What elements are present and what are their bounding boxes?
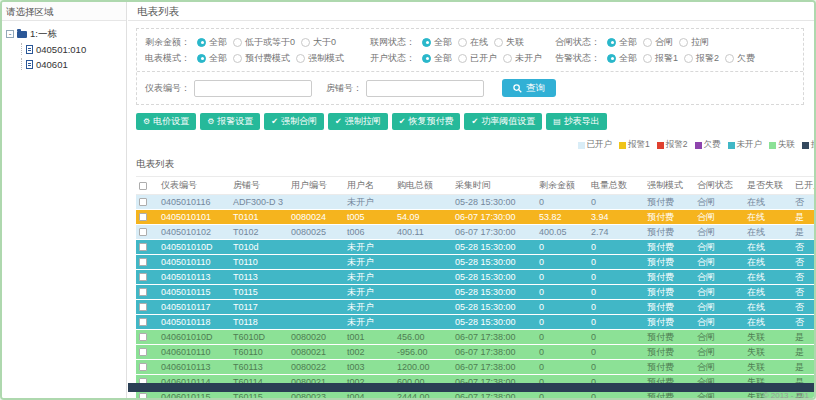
table-row[interactable]: 0406010113T601130080022t0031200.0006-07 …: [136, 359, 814, 374]
radio-unselected-icon[interactable]: [643, 54, 652, 63]
radio-option-label[interactable]: 全部: [434, 36, 452, 49]
radio-selected-icon[interactable]: [422, 54, 431, 63]
column-header[interactable]: 合闸状态: [694, 177, 744, 194]
radio-selected-icon[interactable]: [197, 54, 206, 63]
row-select-cell[interactable]: [136, 284, 158, 299]
radio-unselected-icon[interactable]: [684, 54, 693, 63]
select-all-cell[interactable]: [136, 177, 158, 194]
radio-option-label[interactable]: 在线: [470, 36, 488, 49]
column-header[interactable]: 是否失联: [744, 177, 792, 194]
row-checkbox[interactable]: [139, 363, 147, 371]
row-select-cell[interactable]: [136, 254, 158, 269]
meter-no-input[interactable]: [194, 80, 312, 97]
column-header[interactable]: 采集时间: [452, 177, 536, 194]
row-select-cell[interactable]: [136, 299, 158, 314]
column-header[interactable]: 房铺号: [230, 177, 288, 194]
radio-option-label[interactable]: 全部: [434, 52, 452, 65]
radio-option-label[interactable]: 已开户: [470, 52, 497, 65]
room-no-input[interactable]: [366, 80, 484, 97]
collapse-icon[interactable]: -: [6, 30, 14, 38]
table-row[interactable]: 0405010102T01020080025t006400.1106-07 17…: [136, 224, 814, 239]
alarm-settings-button[interactable]: ⚙报警设置: [200, 113, 260, 130]
table-row[interactable]: 0405010117T0117未开户05-28 15:30:0000预付费合闸在…: [136, 299, 814, 314]
row-checkbox[interactable]: [139, 318, 147, 326]
radio-option-label[interactable]: 失联: [506, 36, 524, 49]
table-row[interactable]: 0405010110T0110未开户05-28 15:30:0000预付费合闸在…: [136, 254, 814, 269]
radio-selected-icon[interactable]: [607, 54, 616, 63]
row-select-cell[interactable]: [136, 344, 158, 359]
table-row[interactable]: 0405010115T0115未开户05-28 15:30:0000预付费合闸在…: [136, 284, 814, 299]
horizontal-scrollbar[interactable]: [128, 383, 814, 392]
table-row[interactable]: 040601010DT6010D0080020t001456.0006-07 1…: [136, 329, 814, 344]
row-select-cell[interactable]: [136, 239, 158, 254]
radio-unselected-icon[interactable]: [233, 38, 242, 47]
radio-selected-icon[interactable]: [607, 38, 616, 47]
column-header[interactable]: 已开户: [792, 177, 814, 194]
column-header[interactable]: 购电总额: [394, 177, 452, 194]
column-header[interactable]: 用户编号: [288, 177, 344, 194]
radio-option-label[interactable]: 欠费: [737, 52, 755, 65]
table-row[interactable]: 0405010118T0118未开户05-28 15:30:0000预付费合闸在…: [136, 314, 814, 329]
radio-option-label[interactable]: 预付费模式: [245, 52, 290, 65]
row-select-cell[interactable]: [136, 359, 158, 374]
radio-option-label[interactable]: 强制模式: [308, 52, 344, 65]
radio-unselected-icon[interactable]: [679, 38, 688, 47]
radio-option-label[interactable]: 未开户: [515, 52, 542, 65]
row-checkbox[interactable]: [139, 213, 147, 221]
radio-option-label[interactable]: 合闸: [655, 36, 673, 49]
radio-selected-icon[interactable]: [422, 38, 431, 47]
row-select-cell[interactable]: [136, 224, 158, 239]
row-select-cell[interactable]: [136, 269, 158, 284]
restore-prepaid-button[interactable]: ✔恢复预付费: [392, 113, 461, 130]
column-header[interactable]: 电量总数: [588, 177, 644, 194]
table-row[interactable]: 040501010DT010d未开户05-28 15:30:0000预付费合闸在…: [136, 239, 814, 254]
table-row[interactable]: 0405010116ADF300-D 3未开户05-28 15:30:0000预…: [136, 194, 814, 209]
radio-unselected-icon[interactable]: [458, 38, 467, 47]
column-header[interactable]: 剩余金额: [536, 177, 588, 194]
row-checkbox[interactable]: [139, 228, 147, 236]
row-select-cell[interactable]: [136, 194, 158, 209]
radio-option-label[interactable]: 全部: [619, 36, 637, 49]
tree-node-leaf[interactable]: 040501:010: [21, 43, 122, 55]
radio-selected-icon[interactable]: [197, 38, 206, 47]
row-checkbox[interactable]: [139, 198, 147, 206]
radio-option-label[interactable]: 大于0: [313, 36, 336, 49]
query-button[interactable]: 查询: [502, 79, 556, 97]
radio-option-label[interactable]: 报警2: [696, 52, 719, 65]
tree-node-leaf[interactable]: 040601: [21, 58, 122, 70]
select-all-checkbox[interactable]: [139, 182, 147, 190]
row-checkbox[interactable]: [139, 333, 147, 341]
row-select-cell[interactable]: [136, 329, 158, 344]
row-checkbox[interactable]: [139, 393, 147, 398]
radio-unselected-icon[interactable]: [725, 54, 734, 63]
table-row[interactable]: 0405010101T01010080024t00554.0906-07 17:…: [136, 209, 814, 224]
row-select-cell[interactable]: [136, 209, 158, 224]
meter-export-button[interactable]: ▤抄表导出: [546, 113, 607, 130]
radio-unselected-icon[interactable]: [643, 38, 652, 47]
row-checkbox[interactable]: [139, 258, 147, 266]
column-header[interactable]: 强制模式: [644, 177, 694, 194]
row-checkbox[interactable]: [139, 243, 147, 251]
table-row[interactable]: 0406010110T601100080021t002-956.0006-07 …: [136, 344, 814, 359]
tree-node-folder[interactable]: -1:一栋: [6, 28, 122, 40]
force-open-button[interactable]: ✔强制拉闸: [328, 113, 388, 130]
radio-option-label[interactable]: 全部: [209, 52, 227, 65]
row-select-cell[interactable]: [136, 314, 158, 329]
radio-option-label[interactable]: 全部: [619, 52, 637, 65]
row-checkbox[interactable]: [139, 273, 147, 281]
radio-option-label[interactable]: 低于或等于0: [245, 36, 295, 49]
radio-option-label[interactable]: 拉闸: [691, 36, 709, 49]
power-threshold-button[interactable]: ✔功率阈值设置: [464, 113, 542, 130]
radio-unselected-icon[interactable]: [503, 54, 512, 63]
column-header[interactable]: 用户名: [344, 177, 394, 194]
radio-unselected-icon[interactable]: [458, 54, 467, 63]
radio-unselected-icon[interactable]: [494, 38, 503, 47]
radio-unselected-icon[interactable]: [301, 38, 310, 47]
row-checkbox[interactable]: [139, 288, 147, 296]
radio-option-label[interactable]: 全部: [209, 36, 227, 49]
radio-unselected-icon[interactable]: [233, 54, 242, 63]
row-checkbox[interactable]: [139, 303, 147, 311]
radio-unselected-icon[interactable]: [296, 54, 305, 63]
price-settings-button[interactable]: ⚙电价设置: [136, 113, 196, 130]
column-header[interactable]: 仪表编号: [158, 177, 230, 194]
